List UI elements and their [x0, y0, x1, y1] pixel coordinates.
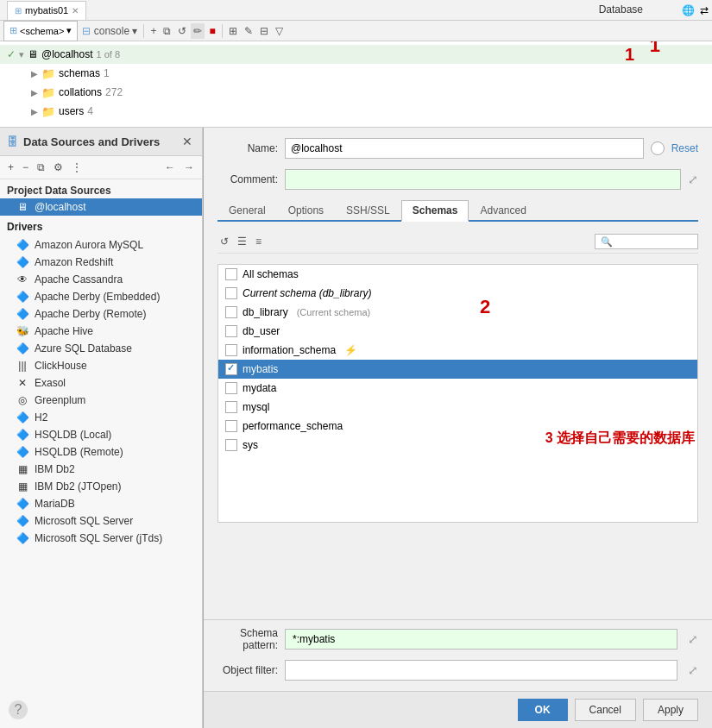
- sidebar-item-apache-cassandra[interactable]: 👁 Apache Cassandra: [0, 271, 202, 288]
- sidebar-item-apache-derby-remote[interactable]: 🔷 Apache Derby (Remote): [0, 305, 202, 323]
- sidebar-item-mariadb[interactable]: 🔷 MariaDB: [0, 495, 202, 512]
- filter-button[interactable]: ▽: [273, 23, 286, 39]
- schema-row-mydata[interactable]: mydata: [218, 379, 697, 398]
- schema-row-current[interactable]: Current schema (db_library): [218, 284, 697, 303]
- checkbox-db-library[interactable]: [225, 306, 237, 318]
- close-tab-icon[interactable]: ✕: [72, 6, 79, 16]
- forward-btn[interactable]: →: [181, 160, 197, 175]
- copy-datasource-btn[interactable]: ⧉: [35, 160, 47, 175]
- add-button[interactable]: +: [148, 23, 159, 39]
- sidebar-item-greenplum[interactable]: ◎ Greenplum: [0, 392, 202, 409]
- schema-row-sys[interactable]: sys: [218, 436, 697, 455]
- folder-schemas-icon: 📁: [41, 67, 55, 80]
- checkbox-current-schema[interactable]: [225, 287, 237, 299]
- checkbox-information-schema[interactable]: [225, 344, 237, 356]
- checkbox-all-schemas[interactable]: [225, 268, 237, 280]
- db-root-icon: 🖥: [28, 48, 38, 60]
- sidebar-item-mssql[interactable]: 🔷 Microsoft SQL Server: [0, 512, 202, 530]
- db-icon: 🖥: [16, 201, 29, 213]
- expand-schemas-icon[interactable]: ▶: [31, 69, 38, 78]
- deselect-btn[interactable]: ≡: [253, 234, 264, 249]
- edit-button[interactable]: ✏: [191, 23, 205, 39]
- schema-row-mysql[interactable]: mysql: [218, 398, 697, 417]
- checkbox-mydata[interactable]: [225, 382, 237, 394]
- db-root-label: @localhost: [41, 48, 93, 60]
- expand-schema-pattern-icon[interactable]: ⤢: [688, 632, 698, 646]
- expand-users-icon[interactable]: ▶: [31, 107, 38, 116]
- sidebar-item-azure-sql[interactable]: 🔷 Azure SQL Database: [0, 340, 202, 357]
- stop-button[interactable]: ■: [206, 23, 217, 39]
- collapse-arrow[interactable]: ▾: [19, 49, 24, 60]
- checkbox-db-user[interactable]: [225, 325, 237, 337]
- add-datasource-btn[interactable]: +: [5, 160, 16, 175]
- close-dialog-btn[interactable]: ✕: [180, 133, 195, 150]
- schema-row-mybatis[interactable]: ✓ mybatis: [218, 360, 697, 379]
- globe-icon[interactable]: 🌐: [682, 4, 695, 16]
- schema-button[interactable]: ⊞ <schema> ▾: [3, 21, 78, 41]
- reset-button[interactable]: Reset: [671, 142, 698, 154]
- tab-options[interactable]: Options: [277, 200, 335, 222]
- cancel-button[interactable]: Cancel: [575, 699, 636, 721]
- sidebar-item-localhost[interactable]: 🖥 @localhost: [0, 198, 202, 216]
- object-filter-row: Object filter: ⤢: [217, 660, 698, 681]
- sidebar-item-amazon-redshift[interactable]: 🔷 Amazon Redshift: [0, 254, 202, 271]
- db-users-row[interactable]: ▶ 📁 users 4: [0, 102, 712, 121]
- select-all-btn[interactable]: ☰: [235, 234, 249, 249]
- pencil-button[interactable]: ✎: [242, 23, 255, 39]
- schema-row-information[interactable]: information_schema ⚡: [218, 341, 697, 360]
- schema-row-all[interactable]: All schemas: [218, 265, 697, 284]
- schema-search-input[interactable]: [595, 234, 698, 249]
- console-button[interactable]: ⊟ console ▾: [79, 23, 140, 39]
- ok-button[interactable]: OK: [518, 699, 568, 721]
- expand-collations-icon[interactable]: ▶: [31, 88, 38, 97]
- checkbox-sys[interactable]: [225, 439, 237, 451]
- checkbox-mybatis[interactable]: ✓: [225, 363, 237, 375]
- sidebar-item-h2[interactable]: 🔷 H2: [0, 409, 202, 426]
- sidebar-item-ibm-db2[interactable]: ▦ IBM Db2: [0, 461, 202, 478]
- more-btn[interactable]: ⋮: [69, 160, 85, 175]
- sidebar-item-apache-hive[interactable]: 🐝 Apache Hive: [0, 323, 202, 340]
- name-input[interactable]: [285, 138, 644, 159]
- schema-pattern-input[interactable]: [285, 629, 677, 650]
- apply-button[interactable]: Apply: [643, 699, 698, 721]
- schema-row-db-user[interactable]: db_user: [218, 322, 697, 341]
- checkbox-performance-schema[interactable]: [225, 420, 237, 432]
- remove-datasource-btn[interactable]: −: [20, 160, 31, 175]
- copy-button[interactable]: ⧉: [161, 23, 173, 39]
- schema-list: All schemas Current schema (db_library) …: [217, 264, 698, 523]
- sidebar-item-amazon-aurora[interactable]: 🔷 Amazon Aurora MySQL: [0, 236, 202, 254]
- settings-btn[interactable]: ⚙: [51, 160, 66, 175]
- sidebar-item-hsqldb-local[interactable]: 🔷 HSQLDB (Local): [0, 426, 202, 443]
- sidebar-item-clickhouse[interactable]: ||| ClickHouse: [0, 357, 202, 374]
- grid-button[interactable]: ⊟: [257, 23, 271, 39]
- tab-schemas[interactable]: Schemas: [401, 200, 469, 222]
- mybatis-tab[interactable]: ⊞ mybatis01 ✕: [7, 1, 86, 20]
- radio-circle: [651, 141, 665, 155]
- mssql-jtds-label: Microsoft SQL Server (jTds): [35, 532, 162, 544]
- expand-comment-icon[interactable]: ⤢: [688, 173, 698, 186]
- arrows-icon[interactable]: ⇄: [700, 4, 709, 16]
- object-filter-input[interactable]: [285, 660, 677, 681]
- tab-advanced[interactable]: Advanced: [469, 200, 537, 222]
- back-btn[interactable]: ←: [162, 160, 178, 175]
- refresh-schemas-btn[interactable]: ↺: [217, 234, 231, 249]
- expand-object-filter-icon[interactable]: ⤢: [688, 663, 698, 677]
- db-root-row[interactable]: ✓ ▾ 🖥 @localhost 1 of 8: [0, 45, 712, 64]
- db-schemas-row[interactable]: ▶ 📁 schemas 1: [0, 64, 712, 83]
- checkbox-mysql[interactable]: [225, 401, 237, 413]
- sidebar-item-exasol[interactable]: ✕ Exasol: [0, 374, 202, 392]
- sidebar-item-hsqldb-remote[interactable]: 🔷 HSQLDB (Remote): [0, 443, 202, 461]
- tab-ssh-ssl[interactable]: SSH/SSL: [335, 200, 401, 222]
- comment-input[interactable]: [285, 169, 681, 190]
- sidebar-item-ibm-db2-jtopen[interactable]: ▦ IBM Db2 (JTOpen): [0, 478, 202, 495]
- refresh-button[interactable]: ↺: [175, 23, 189, 39]
- hsqldb-local-icon: 🔷: [16, 429, 29, 441]
- schema-row-db-library[interactable]: db_library (Current schema): [218, 303, 697, 322]
- help-button[interactable]: ?: [9, 700, 28, 719]
- table-button[interactable]: ⊞: [226, 23, 240, 39]
- sidebar-item-mssql-jtds[interactable]: 🔷 Microsoft SQL Server (jTds): [0, 530, 202, 547]
- db-collations-row[interactable]: ▶ 📁 collations 272: [0, 83, 712, 102]
- schema-row-performance[interactable]: performance_schema: [218, 417, 697, 436]
- sidebar-item-apache-derby-embedded[interactable]: 🔷 Apache Derby (Embedded): [0, 288, 202, 305]
- tab-general[interactable]: General: [217, 200, 277, 222]
